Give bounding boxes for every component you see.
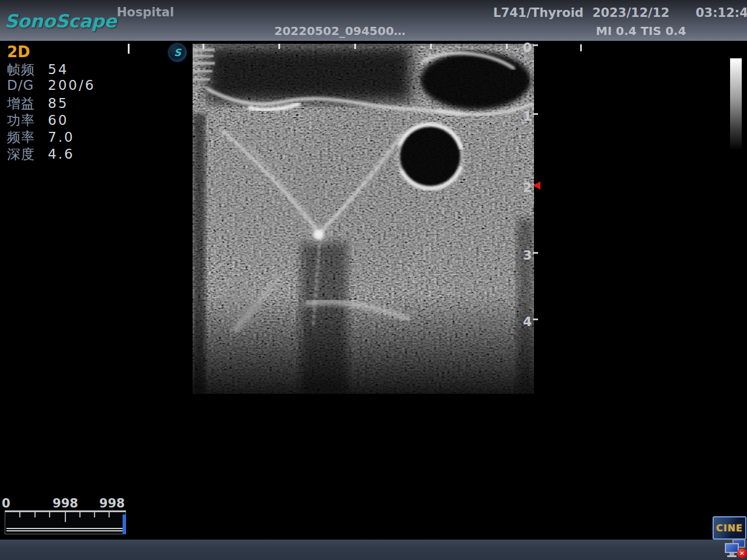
depth-tick xyxy=(533,318,538,320)
param-power: 功率60 xyxy=(7,111,68,130)
cine-button[interactable]: CINE xyxy=(713,516,746,540)
cine-tick xyxy=(94,512,95,517)
probe-orientation-tick xyxy=(128,44,130,54)
cine-tick xyxy=(34,512,36,517)
disconnected-x-badge: ✕ xyxy=(737,548,747,558)
param-frame-rate: 帧频54 xyxy=(7,61,68,79)
depth-ruler-4: 4 xyxy=(523,315,538,329)
cine-tick xyxy=(19,512,20,517)
imaging-mode-label: 2D xyxy=(7,43,30,61)
ultrasound-render xyxy=(193,44,534,394)
cine-tick xyxy=(109,512,110,517)
brand-logo: SonoScape xyxy=(5,10,117,32)
cine-frame-total: 998 xyxy=(97,496,127,510)
exam-file-name: 20220502_094500… xyxy=(274,24,406,38)
bottom-status-bar xyxy=(0,540,747,560)
cine-progress-ruler[interactable] xyxy=(5,510,126,534)
cine-frame-current: 998 xyxy=(49,496,82,510)
depth-tick xyxy=(533,44,538,46)
depth-tick xyxy=(533,252,538,254)
cine-position-cursor[interactable] xyxy=(123,514,126,534)
depth-ruler-3: 3 xyxy=(523,249,538,262)
network-disconnected-icon[interactable]: ✕ xyxy=(725,539,747,559)
grayscale-map-bar xyxy=(730,58,742,149)
top-status-bar: SonoScape Hospital L741/Thyroid 2023/12/… xyxy=(0,0,747,41)
cine-progress-line xyxy=(6,530,123,531)
mi-tis-indices: MI 0.4 TIS 0.4 xyxy=(596,24,686,38)
param-depth: 深度4.6 xyxy=(7,145,75,163)
cine-frame-start: 0 xyxy=(2,496,11,510)
focus-arrow-icon[interactable] xyxy=(533,181,540,190)
probe-preset-label: L741/Thyroid xyxy=(493,6,584,20)
cine-tick-major xyxy=(65,512,66,522)
depth-ruler-1: 1 xyxy=(523,110,538,124)
depth-tick xyxy=(533,113,538,115)
cine-tick xyxy=(49,512,50,517)
param-dynamic-range: D/G200/6 xyxy=(7,78,95,93)
ultrasound-system-screen: SonoScape Hospital L741/Thyroid 2023/12/… xyxy=(0,0,747,560)
param-frequency: 频率7.0 xyxy=(7,128,75,146)
ultrasound-image[interactable] xyxy=(193,44,534,394)
system-date: 2023/12/12 xyxy=(592,6,669,20)
cine-progress-line xyxy=(6,528,123,529)
depth-ruler-0: 0 xyxy=(523,41,538,55)
sonoscape-s-icon: S xyxy=(168,43,187,62)
param-gain: 增益85 xyxy=(7,94,68,113)
system-time: 03:12:43 xyxy=(696,6,747,20)
cine-tick xyxy=(79,512,81,517)
hospital-name: Hospital xyxy=(117,5,174,19)
monitor-base xyxy=(727,555,736,557)
scale-top-tick xyxy=(580,44,582,51)
